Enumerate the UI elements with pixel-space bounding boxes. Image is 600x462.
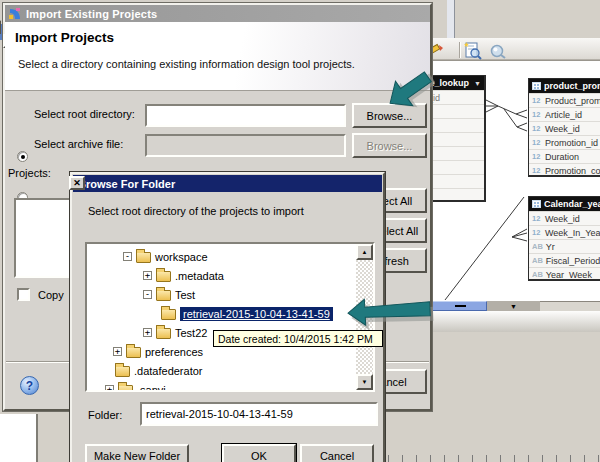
browse-cancel-button[interactable]: Cancel (300, 444, 374, 462)
bottom-tick-marks (388, 455, 600, 462)
expand-icon[interactable]: + (113, 347, 122, 356)
page-title: Import Projects (15, 30, 114, 45)
collapse-icon[interactable]: - (123, 252, 132, 261)
screen: Article_lookup ▼ Article_id product_prom… (0, 0, 600, 462)
numeric-type-icon: 12 (532, 96, 542, 105)
browse-instruction: Select root directory of the projects to… (88, 205, 304, 217)
folder-name-input[interactable] (140, 402, 378, 426)
numeric-type-icon: 12 (532, 214, 542, 223)
text-type-icon: AB (532, 242, 543, 251)
preview-document-icon[interactable] (464, 42, 482, 60)
text-type-icon: AB (532, 270, 543, 279)
scroll-track[interactable] (356, 260, 373, 374)
folder-icon (115, 366, 130, 377)
tree-item-preferences[interactable]: + preferences (113, 342, 203, 361)
numeric-type-icon: 12 (532, 166, 542, 175)
table-column: 12Promotion_cost (529, 163, 600, 177)
tree-item-sanvi[interactable]: + .sanvi (105, 380, 166, 392)
canvas-hscrollbar-track[interactable]: ▼ (487, 301, 540, 311)
folder-field-label: Folder: (88, 409, 122, 421)
folder-icon (156, 290, 171, 301)
copy-projects-label: Copy (38, 289, 64, 301)
table-column: ABFiscal_Period (529, 253, 600, 267)
background-toolbar (420, 38, 600, 60)
table-column: 12Duration (529, 149, 600, 163)
numeric-type-icon: 12 (532, 228, 542, 237)
scroll-down-button[interactable]: ▼ (356, 374, 373, 390)
toolbar-separator (459, 42, 460, 58)
folder-tree[interactable]: - workspace + .metadata - Test retrieval… (85, 242, 375, 392)
import-dialog-titlebar[interactable]: Import Existing Projects (5, 5, 430, 22)
tree-scrollbar[interactable]: ▲ ▼ (356, 244, 373, 390)
table-product-promotion-header: product_promotion (529, 79, 600, 93)
table-calendar-year-header: Calendar_year_lookup (529, 197, 600, 211)
folder-icon (161, 309, 176, 320)
root-directory-input[interactable] (145, 104, 346, 127)
scroll-down-icon: ▼ (362, 379, 368, 385)
root-directory-radio[interactable] (17, 151, 28, 162)
browse-for-folder-dialog: Browse For Folder ✕ Select root director… (70, 172, 385, 462)
expand-icon[interactable]: + (105, 385, 114, 392)
projects-label: Projects: (8, 167, 51, 179)
table-column: 12Product_promotion_id (529, 93, 600, 107)
archive-file-radio-label: Select archive file: (34, 138, 123, 150)
expand-icon[interactable]: + (143, 271, 152, 280)
text-type-icon: AB (532, 256, 543, 265)
table-column: 12Promotion_id (529, 135, 600, 149)
table-icon (532, 82, 541, 90)
table-column: 12Week_id (529, 211, 600, 225)
date-created-tooltip: Date created: 10/4/2015 1:42 PM (213, 330, 383, 347)
table-column: ABYr (529, 239, 600, 253)
canvas-hscrollbar-track-right[interactable] (540, 301, 600, 311)
browse-archive-button: Browse... (352, 133, 427, 158)
numeric-type-icon: 12 (532, 138, 542, 147)
folder-icon (126, 347, 141, 358)
scroll-up-button[interactable]: ▲ (356, 244, 373, 260)
table-product-promotion[interactable]: product_promotion 12Product_promotion_id… (528, 78, 600, 177)
browse-close-button[interactable]: ✕ (69, 176, 85, 190)
folder-icon (118, 385, 133, 392)
close-icon: ✕ (73, 178, 81, 188)
make-new-folder-button[interactable]: Make New Folder (85, 444, 189, 462)
tree-item-workspace[interactable]: - workspace (123, 247, 208, 266)
table-column: 12Week_id (529, 121, 600, 135)
table-column: 12Article_id (529, 107, 600, 121)
tree-item-datafederator[interactable]: .datafederator (115, 361, 203, 380)
maximize-button[interactable] (0, 20, 1, 34)
numeric-type-icon: 12 (532, 124, 542, 133)
numeric-type-icon: 12 (532, 110, 542, 119)
background-panel-corner (0, 414, 38, 462)
splitter-arrow-icon: ▼ (510, 303, 517, 310)
help-icon: ? (26, 379, 33, 393)
browse-root-button[interactable]: Browse... (352, 103, 427, 128)
panel-edge-gradient (420, 311, 600, 332)
table-icon (532, 200, 541, 208)
wizard-header: Import Projects Select a directory conta… (5, 22, 430, 91)
copy-projects-checkbox[interactable] (17, 288, 30, 301)
app-logo-icon (8, 7, 22, 21)
tree-item-retrieval-selected[interactable]: retrieval-2015-10-04-13-41-59 (161, 304, 333, 323)
table-title: product_promotion (544, 81, 600, 91)
scroll-up-icon: ▲ (362, 249, 368, 255)
import-dialog-title: Import Existing Projects (22, 8, 157, 20)
page-subtitle: Select a directory containing existing i… (18, 58, 355, 70)
ok-button[interactable]: OK (222, 444, 296, 462)
tree-item-test[interactable]: - Test (143, 285, 195, 304)
table-menu-dropdown-icon[interactable]: ▼ (474, 80, 481, 87)
zoom-icon[interactable] (489, 44, 507, 60)
table-column: 12Week_In_Year (529, 225, 600, 239)
folder-icon (156, 271, 171, 282)
table-calendar-year[interactable]: Calendar_year_lookup 12Week_id 12Week_In… (528, 196, 600, 281)
tree-item-metadata[interactable]: + .metadata (143, 266, 224, 285)
collapse-icon[interactable]: - (143, 290, 152, 299)
browse-dialog-titlebar[interactable]: Browse For Folder (73, 175, 382, 192)
browse-dialog-title: Browse For Folder (78, 178, 175, 190)
table-title: Calendar_year_lookup (544, 199, 600, 209)
tree-item-test22[interactable]: + Test22 (143, 323, 207, 342)
folder-icon (156, 328, 171, 339)
root-directory-radio-label: Select root directory: (34, 108, 135, 120)
table-column: ABYear_Week (529, 267, 600, 281)
expand-icon[interactable]: + (143, 328, 152, 337)
help-button[interactable]: ? (20, 376, 39, 395)
archive-file-input (145, 134, 346, 157)
